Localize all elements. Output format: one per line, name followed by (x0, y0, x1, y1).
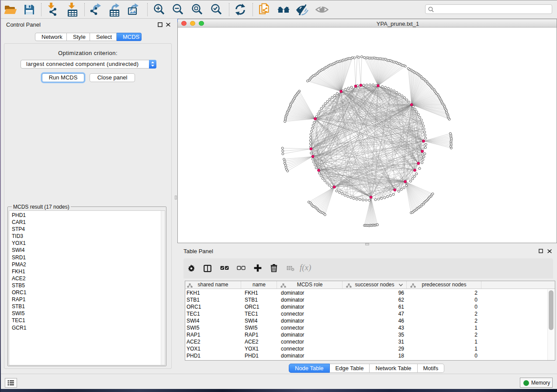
svg-text:f(x): f(x) (300, 263, 311, 272)
